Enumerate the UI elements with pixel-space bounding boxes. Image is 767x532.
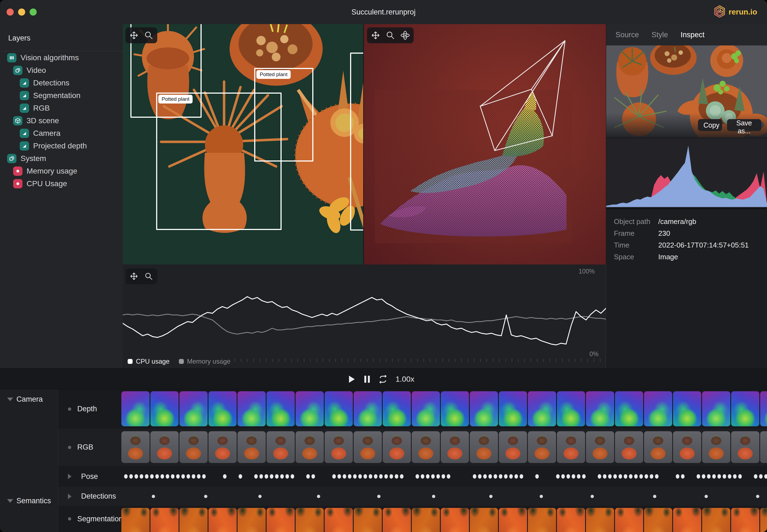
track-label-detections[interactable]: Detections	[58, 487, 116, 506]
pose-keyframe-dot[interactable]	[624, 474, 627, 479]
rgb-frame-thumbnail[interactable]	[179, 431, 208, 463]
seg-frame-thumbnail[interactable]	[557, 508, 585, 532]
pose-keyframe-dot[interactable]	[697, 474, 700, 479]
sidebar-item-detections[interactable]: Detections	[0, 77, 123, 89]
rgb-frame-thumbnail[interactable]	[644, 431, 672, 463]
pose-keyframe-dot[interactable]	[598, 474, 601, 479]
pose-keyframe-dot[interactable]	[645, 474, 648, 479]
detection-box[interactable]	[350, 53, 364, 231]
rgb-frame-thumbnail[interactable]	[353, 431, 382, 463]
rgb-frame-thumbnail[interactable]	[324, 431, 353, 463]
pose-keyframe-dot[interactable]	[160, 474, 164, 479]
pose-keyframe-dot[interactable]	[603, 474, 607, 479]
rgb-frame-thumbnail[interactable]	[295, 431, 324, 463]
sidebar-item-rgb[interactable]: RGB	[0, 102, 123, 114]
detection-keyframe-dot[interactable]	[489, 495, 493, 498]
pose-keyframe-dot[interactable]	[712, 474, 716, 479]
seg-frame-thumbnail[interactable]	[760, 508, 767, 532]
sidebar-item-video[interactable]: Video	[0, 64, 123, 77]
sidebar-item-cpu-usage[interactable]: CPU Usage	[0, 177, 123, 190]
seg-frame-thumbnail[interactable]	[237, 508, 266, 532]
pose-keyframe-dot[interactable]	[515, 474, 518, 479]
orbit-icon[interactable]	[401, 31, 410, 40]
pose-keyframe-dot[interactable]	[332, 474, 336, 479]
pose-keyframe-dot[interactable]	[155, 474, 159, 479]
pose-keyframe-dot[interactable]	[535, 474, 539, 479]
pose-keyframe-dot[interactable]	[613, 474, 617, 479]
depth-frame-thumbnail[interactable]	[121, 391, 149, 426]
detection-keyframe-dot[interactable]	[317, 495, 320, 498]
pose-keyframe-dot[interactable]	[270, 474, 273, 479]
pose-keyframe-dot[interactable]	[733, 474, 737, 479]
track-label-depth[interactable]: Depth	[58, 389, 97, 429]
pose-keyframe-dot[interactable]	[676, 474, 679, 479]
pose-keyframe-dot[interactable]	[254, 474, 258, 479]
pose-keyframe-dot[interactable]	[655, 474, 659, 479]
seg-frame-thumbnail[interactable]	[324, 508, 353, 532]
seg-frame-thumbnail[interactable]	[499, 508, 527, 532]
sidebar-item-projected-depth[interactable]: Projected depth	[0, 140, 123, 152]
pose-keyframe-dot[interactable]	[259, 474, 263, 479]
pose-keyframe-dot[interactable]	[634, 474, 638, 479]
sidebar-item-3d-scene[interactable]: 3D scene	[0, 114, 123, 127]
detection-keyframe-dot[interactable]	[540, 495, 543, 498]
pose-keyframe-dot[interactable]	[437, 474, 440, 479]
pose-keyframe-dot[interactable]	[343, 474, 346, 479]
depth-frame-thumbnail[interactable]	[324, 391, 353, 426]
pose-keyframe-dot[interactable]	[395, 474, 398, 479]
rgb-frame-thumbnail[interactable]	[441, 431, 469, 463]
depth-frame-thumbnail[interactable]	[295, 391, 324, 426]
seg-frame-thumbnail[interactable]	[441, 508, 469, 532]
pose-keyframe-dot[interactable]	[223, 474, 226, 479]
group-semantics[interactable]: Semantics	[0, 495, 58, 507]
pose-keyframe-dot[interactable]	[681, 474, 685, 479]
copy-button[interactable]: Copy	[698, 119, 722, 131]
pose-keyframe-dot[interactable]	[363, 474, 367, 479]
rgb-frame-thumbnail[interactable]	[615, 431, 643, 463]
depth-frame-thumbnail[interactable]	[383, 391, 411, 426]
depth-frame-thumbnail[interactable]	[441, 391, 469, 426]
pose-keyframe-dot[interactable]	[181, 474, 185, 479]
rgb-frame-thumbnail[interactable]	[499, 431, 527, 463]
pose-keyframe-dot[interactable]	[759, 474, 763, 479]
pose-keyframe-dot[interactable]	[447, 474, 450, 479]
seg-frame-thumbnail[interactable]	[644, 508, 672, 532]
seg-frame-thumbnail[interactable]	[121, 508, 149, 532]
detection-keyframe-dot[interactable]	[204, 495, 207, 498]
pose-keyframe-dot[interactable]	[561, 474, 565, 479]
pose-keyframe-dot[interactable]	[426, 474, 430, 479]
depth-frame-thumbnail[interactable]	[760, 391, 767, 426]
tab-inspect[interactable]: Inspect	[681, 31, 705, 39]
seg-frame-thumbnail[interactable]	[673, 508, 701, 532]
pose-keyframe-dot[interactable]	[764, 474, 767, 479]
pose-keyframe-dot[interactable]	[442, 474, 445, 479]
pose-keyframe-dot[interactable]	[629, 474, 633, 479]
loop-button[interactable]	[376, 369, 390, 390]
seg-frame-thumbnail[interactable]	[731, 508, 759, 532]
pose-keyframe-dot[interactable]	[285, 474, 289, 479]
seg-frame-thumbnail[interactable]	[586, 508, 614, 532]
track-strip-pose[interactable]	[121, 466, 767, 487]
track-strip-detections[interactable]	[121, 487, 767, 506]
pose-keyframe-dot[interactable]	[619, 474, 622, 479]
depth-frame-thumbnail[interactable]	[266, 391, 295, 426]
pose-keyframe-dot[interactable]	[489, 474, 492, 479]
depth-frame-thumbnail[interactable]	[150, 391, 179, 426]
detection-keyframe-dot[interactable]	[377, 495, 380, 498]
seg-frame-thumbnail[interactable]	[470, 508, 498, 532]
pose-keyframe-dot[interactable]	[478, 474, 482, 479]
pose-keyframe-dot[interactable]	[509, 474, 513, 479]
detection-keyframe-dot[interactable]	[705, 495, 708, 498]
depth-frame-thumbnail[interactable]	[237, 391, 266, 426]
detection-keyframe-dot[interactable]	[591, 495, 594, 498]
pose-keyframe-dot[interactable]	[572, 474, 575, 479]
pose-keyframe-dot[interactable]	[291, 474, 294, 479]
pose-keyframe-dot[interactable]	[416, 474, 419, 479]
pose-keyframe-dot[interactable]	[311, 474, 315, 479]
pose-keyframe-dot[interactable]	[275, 474, 278, 479]
viewport-2d-segmentation[interactable]: Potted plantPotted plant	[123, 24, 364, 264]
pose-keyframe-dot[interactable]	[140, 474, 143, 479]
pose-keyframe-dot[interactable]	[384, 474, 388, 479]
seg-frame-thumbnail[interactable]	[179, 508, 208, 532]
sidebar-item-vision-algorithms[interactable]: Vision algorithms	[0, 51, 123, 64]
